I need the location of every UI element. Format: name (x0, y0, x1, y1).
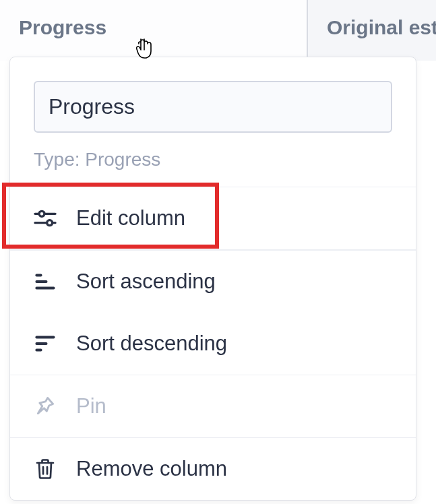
column-menu-dropdown: Type: Progress Edit column (9, 57, 416, 501)
menu-section: Remove column (10, 437, 416, 500)
sort-descending-item[interactable]: Sort descending (10, 313, 416, 375)
edit-column-item[interactable]: Edit column (10, 187, 416, 250)
pin-item[interactable]: Pin (10, 375, 416, 437)
column-header-row: Progress Original est (0, 0, 436, 61)
menu-item-label: Sort descending (76, 332, 227, 356)
menu-item-label: Edit column (76, 206, 185, 230)
svg-point-3 (47, 220, 53, 226)
sort-asc-icon (30, 267, 60, 296)
menu-section: Pin (10, 375, 416, 437)
column-header-label: Progress (19, 16, 106, 38)
menu-section: Edit column (10, 187, 416, 250)
sliders-icon (30, 203, 60, 233)
menu-item-label: Pin (76, 394, 106, 418)
menu-section: Sort ascending Sort descending (10, 250, 416, 375)
remove-column-item[interactable]: Remove column (10, 438, 416, 500)
column-name-input[interactable] (34, 81, 392, 133)
trash-icon (30, 454, 60, 484)
column-header-progress[interactable]: Progress (0, 0, 307, 61)
column-header-original-estimate[interactable]: Original est (307, 0, 436, 61)
column-type-label: Type: Progress (34, 149, 392, 170)
dropdown-header: Type: Progress (10, 57, 416, 187)
menu-item-label: Sort ascending (76, 270, 216, 294)
sort-desc-icon (30, 329, 60, 358)
column-header-label: Original est (327, 16, 436, 38)
svg-point-1 (39, 211, 44, 216)
pin-icon (30, 391, 60, 421)
menu-item-label: Remove column (76, 457, 227, 481)
sort-ascending-item[interactable]: Sort ascending (10, 251, 416, 313)
